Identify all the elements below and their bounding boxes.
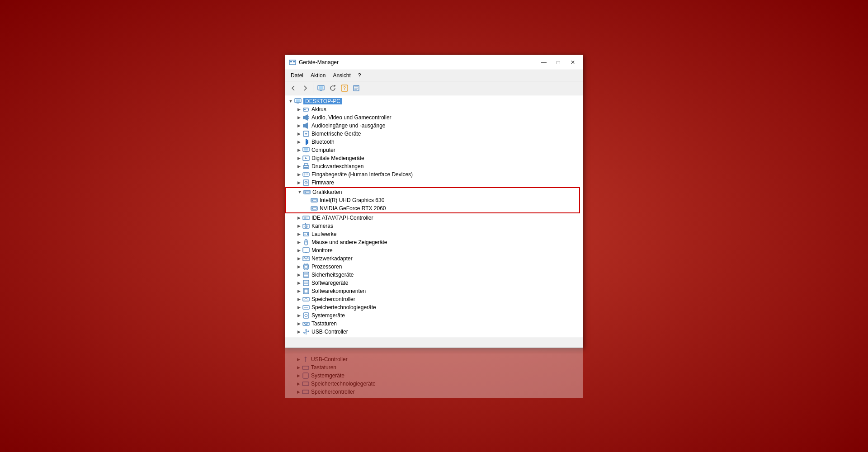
tree-item-audio[interactable]: ▶ Audio, Video und Gamecontroller <box>295 113 583 122</box>
tree-item-computer[interactable]: ▶ Computer <box>295 146 583 154</box>
toolbar-help[interactable]: ? <box>339 83 350 94</box>
svg-rect-58 <box>305 223 306 225</box>
svg-rect-67 <box>303 256 309 261</box>
tree-item-usb[interactable]: ▶ USB-Controller <box>295 328 583 336</box>
tree-item-grafikkarten[interactable]: ▼ Grafikkarten <box>296 188 579 196</box>
systemgeraete-icon <box>302 312 310 319</box>
tree-item-maeuse[interactable]: ▶ Mäuse und andere Zeigegeräte <box>295 238 583 246</box>
tree-item-software[interactable]: ▶ Softwaregeräte <box>295 279 583 287</box>
firmware-expander: ▶ <box>295 179 302 186</box>
tree-item-tastaturen[interactable]: ▶ Tastaturen <box>295 320 583 328</box>
maeuse-expander: ▶ <box>295 239 302 246</box>
audioeingaenge-label: Audioeingänge und -ausgänge <box>311 122 385 129</box>
svg-rect-95 <box>303 313 309 318</box>
tree-item-speichertechnologie[interactable]: ▶ Speichertechnologiegeräte <box>295 303 583 311</box>
digitalmedien-icon <box>302 155 310 162</box>
svg-rect-18 <box>308 109 309 110</box>
device-tree: ▼ DESKTOP-PC ▶ <box>285 95 583 338</box>
toolbar-sep-1 <box>313 84 313 93</box>
minimize-button[interactable]: — <box>538 58 550 67</box>
softwarekomponenten-icon <box>302 287 310 295</box>
tree-item-softwarekomponenten[interactable]: ▶ Softwarekomponenten <box>295 287 583 295</box>
close-button[interactable]: ✕ <box>566 58 579 67</box>
ref-tast-label: Tastaturen <box>311 364 336 371</box>
tree-item-audioeingaenge[interactable]: ▶ Audioeingänge und -ausgänge <box>295 122 583 130</box>
speichercontroller-expander: ▶ <box>295 296 302 303</box>
ref-speicherc-label: Speichercontroller <box>311 389 355 395</box>
status-bar <box>285 338 583 348</box>
sicherheit-label: Sicherheitsgeräte <box>311 272 354 278</box>
menu-datei[interactable]: Datei <box>287 71 307 80</box>
tree-item-kameras[interactable]: ▶ Kameras <box>295 222 583 230</box>
svg-rect-50 <box>312 208 313 209</box>
netzwerk-icon <box>302 255 310 262</box>
maeuse-icon <box>302 239 310 246</box>
grafikkarten-highlight-box: ▼ Grafikkarten <box>285 187 580 213</box>
menu-help[interactable]: ? <box>354 71 365 80</box>
speichertechnologie-expander: ▶ <box>295 304 302 311</box>
druck-icon <box>302 163 310 170</box>
svg-rect-109 <box>303 373 308 378</box>
tree-item-firmware[interactable]: ▶ Firmware <box>295 179 583 187</box>
toolbar-refresh[interactable] <box>327 83 338 94</box>
title-bar-controls: — □ ✕ <box>538 58 579 67</box>
svg-rect-35 <box>304 175 305 175</box>
svg-point-60 <box>307 233 309 235</box>
tree-item-druck[interactable]: ▶ Druckwarteschlangen <box>295 162 583 170</box>
svg-marker-27 <box>305 157 307 159</box>
tree-item-intel-gpu[interactable]: ▶ Intel(R) UHD Graphics 630 <box>303 196 579 204</box>
svg-rect-100 <box>307 323 308 324</box>
software-expander: ▶ <box>295 279 302 287</box>
prozessoren-icon <box>302 263 310 270</box>
tree-item-eingabe[interactable]: ▶ Eingabegeräte (Human Interface Devices… <box>295 170 583 179</box>
tree-item-digitalmedien[interactable]: ▶ Digitale Mediengeräte <box>295 154 583 162</box>
tree-item-monitore[interactable]: ▶ Monitore <box>295 246 583 254</box>
tree-item-systemgeraete[interactable]: ▶ Systemgeräte <box>295 311 583 320</box>
akkus-label: Akkus <box>311 106 326 113</box>
svg-rect-91 <box>304 289 308 293</box>
tree-item-nvidia-gpu[interactable]: ▶ NVIDIA GeForce RTX 2060 <box>303 204 579 212</box>
grafikkarten-label: Grafikkarten <box>312 189 342 195</box>
ide-expander: ▶ <box>295 214 302 221</box>
ref-speichert-exp: ▶ <box>295 380 302 387</box>
speichercontroller-icon <box>302 296 310 303</box>
reflection-speichertechnologie: ▶ Speichertechnologiegeräte <box>295 380 583 388</box>
toolbar-computer[interactable] <box>316 83 326 94</box>
ref-speicherc-icon <box>302 388 309 396</box>
audioeingaenge-expander: ▶ <box>295 122 302 129</box>
audio-icon <box>302 114 310 121</box>
toolbar-back[interactable] <box>288 83 299 94</box>
tree-item-biometrie[interactable]: ▶ Biometrische Geräte <box>295 130 583 138</box>
laufwerke-label: Laufwerke <box>311 231 336 237</box>
eingabe-icon <box>302 171 310 178</box>
svg-rect-108 <box>302 366 309 369</box>
intel-gpu-icon <box>311 197 318 204</box>
reflection-speichercontroller: ▶ Speichercontroller <box>295 388 583 396</box>
ref-tast-exp: ▶ <box>295 364 302 371</box>
kameras-expander: ▶ <box>295 222 302 230</box>
menu-aktion[interactable]: Aktion <box>307 71 329 80</box>
prozessoren-label: Prozessoren <box>311 264 342 270</box>
tree-item-akkus[interactable]: ▶ Akkus <box>295 105 583 113</box>
prozessoren-expander: ▶ <box>295 263 302 270</box>
menu-ansicht[interactable]: Ansicht <box>329 71 354 80</box>
tree-root-item[interactable]: ▼ DESKTOP-PC <box>285 97 583 105</box>
tree-item-prozessoren[interactable]: ▶ <box>295 263 583 271</box>
svg-rect-20 <box>303 116 305 119</box>
tree-item-laufwerke[interactable]: ▶ Laufwerke <box>295 230 583 238</box>
tree-item-netzwerk[interactable]: ▶ Netzwerkadapter <box>295 254 583 263</box>
ref-sys-icon <box>302 372 309 379</box>
ref-usb-exp: ▶ <box>295 356 302 363</box>
tree-item-bluetooth[interactable]: ▶ Bluetooth <box>295 138 583 146</box>
maximize-button[interactable]: □ <box>552 58 565 67</box>
svg-text:?: ? <box>343 86 346 91</box>
druck-expander: ▶ <box>295 163 302 170</box>
toolbar-properties[interactable] <box>351 83 362 94</box>
tree-item-sicherheit[interactable]: ▶ Sicherheitsgeräte <box>295 271 583 279</box>
systemgeraete-expander: ▶ <box>295 312 302 319</box>
tree-item-ide[interactable]: ▶ IDE ATA/ATAPI-Controller <box>295 214 583 222</box>
tree-item-speichercontroller[interactable]: ▶ Speichercontroller <box>295 295 583 303</box>
tastaturen-expander: ▶ <box>295 320 302 327</box>
toolbar-forward[interactable] <box>300 83 311 94</box>
monitore-label: Monitore <box>311 247 333 254</box>
